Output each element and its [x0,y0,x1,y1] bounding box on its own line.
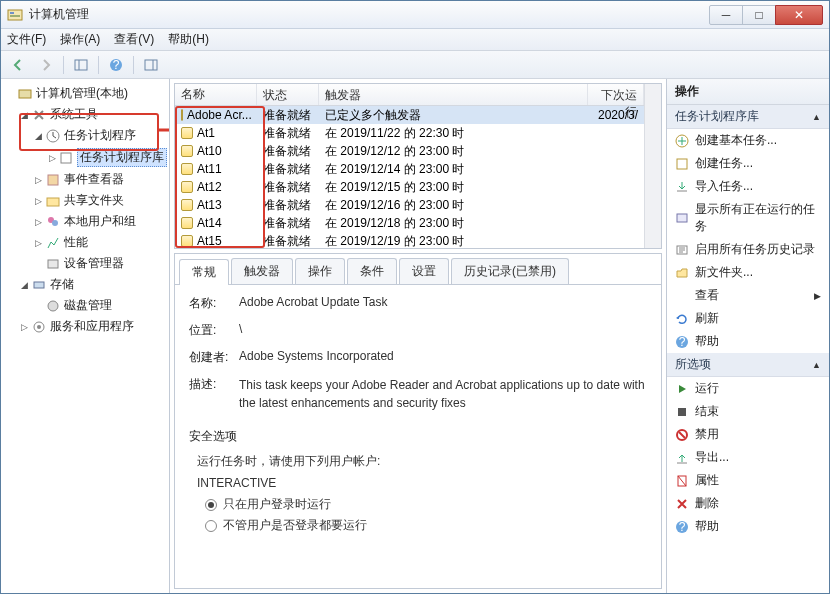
task-status-cell: 准备就绪 [257,214,319,233]
task-name-cell: At11 [175,161,257,177]
tree-panel: 计算机管理(本地) ◢系统工具 ◢任务计划程序 ▷任务计划程序库 ▷事件查看器 … [1,79,170,593]
expand-icon[interactable]: ▷ [19,321,30,332]
radio-any[interactable]: 不管用户是否登录都要运行 [205,517,647,534]
tree-eventviewer[interactable]: ▷事件查看器 [31,169,167,190]
tab-conditions[interactable]: 条件 [347,258,397,284]
collapse-icon[interactable]: ◢ [19,279,30,290]
collapse-icon[interactable]: ▲ [812,112,821,122]
menu-help[interactable]: 帮助(H) [168,31,209,48]
collapse-icon[interactable]: ◢ [19,109,30,120]
task-row[interactable]: At13准备就绪在 2019/12/16 的 23:00 时 [175,196,644,214]
svg-text:?: ? [679,520,686,534]
task-row[interactable]: Adobe Acr...准备就绪已定义多个触发器2020/3/ [175,106,644,124]
group-label: 任务计划程序库 [675,108,759,125]
radio-logged-on[interactable]: 只在用户登录时运行 [205,496,647,513]
tab-settings[interactable]: 设置 [399,258,449,284]
action-delete[interactable]: 删除 [667,492,829,515]
tree-sharedfolders[interactable]: ▷共享文件夹 [31,190,167,211]
tab-actions[interactable]: 操作 [295,258,345,284]
task-trigger-cell: 已定义多个触发器 [319,106,588,125]
tree-tasksched[interactable]: ◢任务计划程序 [31,125,167,146]
tree-performance[interactable]: ▷性能 [31,232,167,253]
task-list: 名称 状态 触发器 下次运行 Adobe Acr...准备就绪已定义多个触发器2… [174,83,662,249]
tree-root[interactable]: 计算机管理(本地) [3,83,167,104]
action-refresh[interactable]: 刷新 [667,307,829,330]
expand-icon[interactable]: ▷ [33,174,44,185]
help-button[interactable]: ? [105,54,127,76]
expand-icon[interactable]: ▷ [47,152,58,163]
tab-history[interactable]: 历史记录(已禁用) [451,258,569,284]
tree-devicemgr[interactable]: 设备管理器 [31,253,167,274]
minimize-button[interactable]: ─ [709,5,743,25]
tree-servicesapps[interactable]: ▷服务和应用程序 [17,316,167,337]
tree-localusers[interactable]: ▷本地用户和组 [31,211,167,232]
task-trigger-cell: 在 2019/12/18 的 23:00 时 [319,214,588,233]
expand-icon[interactable] [33,258,44,269]
action-import[interactable]: 导入任务... [667,175,829,198]
action-history[interactable]: 启用所有任务历史记录 [667,238,829,261]
help-icon: ? [675,520,689,534]
close-button[interactable]: ✕ [775,5,823,25]
folder-icon [675,266,689,280]
action-view[interactable]: 查看▶ [667,284,829,307]
task-row[interactable]: At14准备就绪在 2019/12/18 的 23:00 时 [175,214,644,232]
tab-general[interactable]: 常规 [179,259,229,285]
action-create-task[interactable]: 创建任务... [667,152,829,175]
menu-action[interactable]: 操作(A) [60,31,100,48]
svg-rect-2 [10,15,20,17]
tree-taskschedlib[interactable]: ▷任务计划程序库 [45,146,167,169]
svg-rect-17 [34,282,44,288]
expand-icon[interactable] [5,88,16,99]
task-row[interactable]: At15准备就绪在 2019/12/19 的 23:00 时 [175,232,644,248]
content-panel: 名称 状态 触发器 下次运行 Adobe Acr...准备就绪已定义多个触发器2… [170,79,666,593]
forward-button[interactable] [35,54,57,76]
col-name[interactable]: 名称 [175,84,257,105]
menu-view[interactable]: 查看(V) [114,31,154,48]
action-folder[interactable]: 新文件夹... [667,261,829,284]
action-export[interactable]: 导出... [667,446,829,469]
expand-icon[interactable]: ▷ [33,195,44,206]
tree-storage[interactable]: ◢存储 [17,274,167,295]
toolbar-panel-button[interactable] [140,54,162,76]
task-name: At12 [197,180,222,194]
maximize-button[interactable]: □ [742,5,776,25]
menu-file[interactable]: 文件(F) [7,31,46,48]
separator [133,56,134,74]
task-row[interactable]: At11准备就绪在 2019/12/14 的 23:00 时 [175,160,644,178]
col-status[interactable]: 状态 [257,84,319,105]
task-name: At15 [197,234,222,248]
action-running[interactable]: 显示所有正在运行的任务 [667,198,829,238]
action-create-basic[interactable]: 创建基本任务... [667,129,829,152]
show-hide-button[interactable] [70,54,92,76]
expand-icon[interactable]: ▷ [33,237,44,248]
library-icon [60,151,73,165]
action-disable[interactable]: 禁用 [667,423,829,446]
task-row[interactable]: At10准备就绪在 2019/12/12 的 23:00 时 [175,142,644,160]
action-help[interactable]: ?帮助 [667,330,829,353]
action-end[interactable]: 结束 [667,400,829,423]
col-nextrun[interactable]: 下次运行 [588,84,644,105]
action-label: 帮助 [695,518,821,535]
clock-icon [46,129,60,143]
action-properties[interactable]: 属性 [667,469,829,492]
create-task-icon [675,157,689,171]
task-icon [181,163,193,175]
svg-rect-1 [10,12,14,14]
expand-icon[interactable]: ▷ [33,216,44,227]
end-icon [675,405,689,419]
action-label: 帮助 [695,333,821,350]
scrollbar[interactable] [644,84,661,248]
action-run[interactable]: 运行 [667,377,829,400]
tree-diskmgr[interactable]: 磁盘管理 [31,295,167,316]
task-row[interactable]: At12准备就绪在 2019/12/15 的 23:00 时 [175,178,644,196]
expand-icon[interactable] [33,300,44,311]
collapse-icon[interactable]: ◢ [33,130,44,141]
col-trigger[interactable]: 触发器 [319,84,588,105]
back-button[interactable] [7,54,29,76]
tree-systools[interactable]: ◢系统工具 [17,104,167,125]
tab-triggers[interactable]: 触发器 [231,258,293,284]
action-help[interactable]: ?帮助 [667,515,829,538]
task-row[interactable]: At1准备就绪在 2019/11/22 的 22:30 时 [175,124,644,142]
collapse-icon[interactable]: ▲ [812,360,821,370]
radio-icon [205,499,217,511]
